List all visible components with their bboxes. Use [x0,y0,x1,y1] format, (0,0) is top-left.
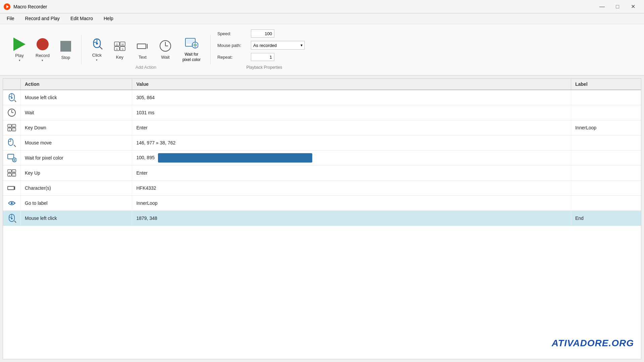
svg-line-34 [14,100,16,102]
row-label [571,166,641,181]
action-icon [7,183,16,193]
wait-pixel-button[interactable]: Wait for pixel color [178,35,205,64]
window-controls: — □ ✕ [594,1,641,12]
col-action-header: Action [21,79,132,90]
close-button[interactable]: ✕ [625,1,641,12]
click-label: Click [92,53,102,58]
text-icon [136,39,149,53]
wait-pixel-label-1: Wait for [184,52,198,57]
svg-text:Q: Q [116,43,118,46]
macro-table: Action Value Label Mouse left click305, … [3,79,641,226]
row-label [571,105,641,120]
menu-file[interactable]: File [1,14,20,23]
text-button[interactable]: Text [132,37,153,62]
row-value: HFK4332 [132,181,571,196]
table-row[interactable]: Mouse move146, 977 » 38, 762 [3,135,641,150]
playback-properties-label: Playback Properties [247,65,282,70]
mouse-path-select[interactable]: As recorded Straight line Curved path [251,41,305,50]
svg-point-25 [195,45,196,46]
svg-rect-62 [8,186,14,190]
row-label [571,181,641,196]
app-icon [3,3,11,10]
add-action-label: Add Action [129,65,163,70]
table-row[interactable]: Q W A S Key UpEnter [3,166,641,181]
col-value-header: Value [132,79,571,90]
minimize-button[interactable]: — [594,1,610,12]
svg-point-69 [11,218,13,220]
row-icon-cell [3,105,21,120]
svg-text:Q: Q [9,171,10,173]
play-arrow-icon: ▾ [19,59,20,62]
pixel-color-swatch [158,153,312,163]
col-icon-header [3,79,21,90]
row-icon-cell [3,196,21,211]
app-title: Macro Recorder [13,4,47,9]
svg-point-53 [14,160,15,160]
record-icon [36,38,49,51]
wait-icon [159,39,172,53]
table-row[interactable]: Character(s)HFK4332 [3,181,641,196]
action-icon [7,198,16,208]
key-button[interactable]: Q W A S Key [110,37,130,62]
repeat-input[interactable] [251,53,274,61]
stop-button[interactable]: Stop [56,38,76,62]
table-row[interactable]: Q W A S Key DownEnterInnerLoop [3,120,641,135]
menu-record-play[interactable]: Record and Play [20,14,65,23]
speed-label: Speed: [217,31,248,36]
click-button[interactable]: Click ▾ [87,35,107,64]
wait-button[interactable]: Wait [155,37,175,62]
menu-edit-macro[interactable]: Edit Macro [65,14,98,23]
wait-pixel-label-2: pixel color [182,57,201,62]
row-icon-cell [3,90,21,105]
key-icon: Q W A S [113,39,126,53]
row-value: 1879, 348 [132,211,571,226]
menu-bar: File Record and Play Edit Macro Help [0,13,644,24]
table-row[interactable]: Wait1031 ms [3,105,641,120]
svg-text:S: S [122,48,123,51]
row-value: 146, 977 » 38, 762 [132,135,571,150]
wait-pixel-icon [185,37,198,50]
row-action: Mouse left click [21,90,132,105]
row-value: 1031 ms [132,105,571,120]
stop-icon [59,40,72,53]
row-icon-cell: Q W A S [3,120,21,135]
maximize-button[interactable]: □ [610,1,625,12]
row-label [571,90,641,105]
mouse-path-label: Mouse path: [217,43,248,48]
svg-rect-50 [8,154,14,159]
row-action: Mouse left click [21,211,132,226]
table-row[interactable]: Wait for pixel color100, 895 [3,150,641,166]
row-icon-cell [3,150,21,166]
svg-text:A: A [9,174,10,176]
row-action: Key Down [21,120,132,135]
svg-text:S: S [13,174,14,176]
play-button[interactable]: Play ▾ [9,36,30,64]
table-row[interactable]: Mouse left click1879, 348End [3,211,641,226]
col-label-header: Label [571,79,641,90]
action-icon: Q W A S [7,123,16,132]
svg-point-65 [11,202,13,204]
svg-text:A: A [9,129,10,131]
row-action: Mouse move [21,135,132,150]
action-icon [7,108,16,117]
svg-text:W: W [13,125,15,127]
action-icon [7,138,16,147]
row-icon-cell [3,135,21,150]
title-bar: Macro Recorder — □ ✕ [0,0,644,13]
svg-point-5 [96,43,98,45]
table-row[interactable]: Go to labelInnerLoop [3,196,641,211]
repeat-label: Repeat: [217,55,248,60]
speed-input[interactable] [251,29,274,38]
table-row[interactable]: Mouse left click305, 864 [3,90,641,105]
stop-label: Stop [61,55,70,60]
menu-help[interactable]: Help [98,14,119,23]
svg-text:A: A [116,48,118,51]
svg-point-33 [11,97,13,99]
row-label [571,196,641,211]
key-label: Key [116,55,123,60]
svg-text:S: S [13,129,14,131]
action-icon: Q W A S [7,168,16,178]
content-area: Action Value Label Mouse left click305, … [0,76,644,362]
record-button[interactable]: Record ▾ [32,36,53,64]
row-icon-cell [3,211,21,226]
